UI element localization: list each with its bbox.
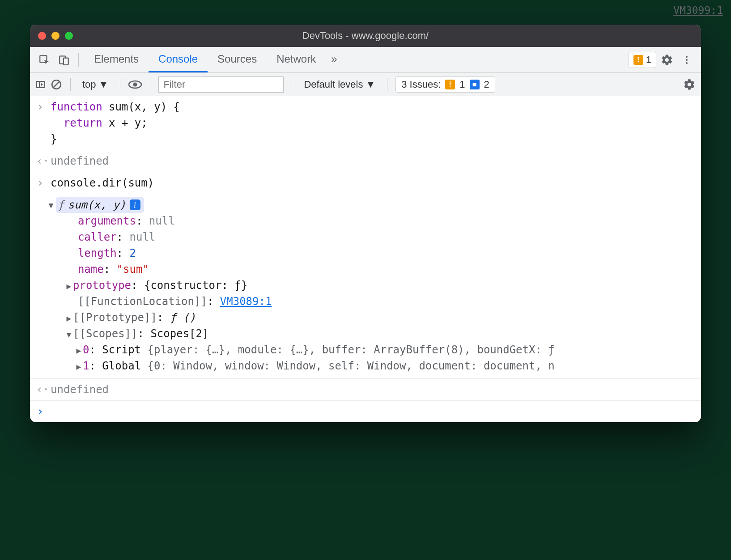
object-header[interactable]: ƒ sum(x, y) i [47, 197, 695, 213]
subbar-divider-2 [120, 78, 120, 91]
vm-source-link[interactable]: VM3089:1 [220, 295, 272, 308]
filter-input[interactable] [158, 76, 284, 93]
more-tabs-button[interactable]: » [326, 47, 342, 72]
svg-rect-6 [37, 81, 45, 88]
device-toolbar-icon[interactable] [55, 51, 73, 69]
input-chevron-icon: › [36, 175, 44, 191]
property-row[interactable]: [[FunctionLocation]]: VM3089:1 [65, 293, 695, 310]
info-badge-icon[interactable]: i [130, 199, 140, 210]
log-levels-selector[interactable]: Default levels ▼ [300, 77, 379, 92]
svg-point-3 [686, 56, 688, 58]
output-value: undefined [51, 153, 695, 169]
console-prompt-row[interactable]: › [30, 401, 701, 422]
console-dir-output: VM3099:1 ƒ sum(x, y) i arguments: null c… [30, 194, 701, 379]
tab-sources[interactable]: Sources [208, 47, 267, 72]
chevron-down-icon: ▼ [99, 79, 109, 90]
issues-summary[interactable]: 3 Issues: ! 1 ■ 2 [395, 76, 495, 93]
console-input-row[interactable]: › function sum(x, y) { return x + y; } [30, 96, 701, 150]
info-icon: ■ [470, 80, 480, 89]
window-title: DevTools - www.google.com/ [30, 30, 701, 42]
property-row[interactable]: length: 2 [65, 245, 695, 261]
context-selector[interactable]: top ▼ [79, 77, 112, 92]
svg-point-4 [686, 59, 688, 61]
input-chevron-icon: › [36, 99, 44, 115]
console-settings-icon[interactable] [683, 78, 696, 91]
zoom-window-button[interactable] [65, 32, 73, 40]
console-input-row[interactable]: › console.dir(sum) [30, 172, 701, 194]
svg-point-11 [133, 82, 137, 86]
subbar-divider [70, 78, 71, 91]
output-value: undefined [51, 382, 695, 398]
svg-line-9 [54, 81, 60, 87]
prompt-input[interactable] [51, 403, 695, 420]
property-row[interactable]: prototype: {constructor: ƒ} [65, 277, 695, 293]
console-output: › function sum(x, y) { return x + y; } ‹… [30, 96, 701, 422]
subbar-divider-4 [292, 78, 292, 91]
output-chevron-icon: ‹· [36, 382, 44, 398]
expand-toggle-icon[interactable] [65, 328, 73, 340]
warning-icon: ! [445, 80, 455, 89]
function-signature: sum(x, y) [68, 197, 126, 213]
property-row[interactable]: caller: null [65, 229, 695, 245]
subbar-divider-5 [387, 78, 387, 91]
expand-toggle-icon[interactable] [75, 361, 83, 373]
issues-count: 1 [646, 54, 651, 66]
code-input: function sum(x, y) { return x + y; } [51, 99, 695, 147]
console-subbar: top ▼ Default levels ▼ 3 Issues: ! 1 ■ 2 [30, 73, 701, 96]
tab-console[interactable]: Console [149, 47, 208, 72]
warning-icon: ! [633, 55, 643, 65]
info-count: 2 [484, 79, 489, 90]
tab-elements[interactable]: Elements [84, 47, 149, 72]
property-row[interactable]: arguments: null [65, 213, 695, 229]
svg-point-5 [686, 62, 688, 64]
scope-row[interactable]: 1: Global {0: Window, window: Window, se… [75, 358, 695, 374]
console-output-row: ‹· undefined [30, 150, 701, 172]
svg-rect-2 [64, 58, 68, 64]
issues-counter-button[interactable]: ! 1 [629, 52, 656, 68]
sidebar-toggle-icon[interactable] [35, 79, 46, 90]
panel-tabs: Elements Console Sources Network » [84, 47, 343, 72]
chevron-down-icon: ▼ [366, 79, 375, 90]
minimize-window-button[interactable] [51, 32, 60, 40]
titlebar: DevTools - www.google.com/ [30, 25, 701, 47]
issues-label: 3 Issues: [401, 79, 441, 90]
prompt-chevron-icon: › [36, 403, 44, 420]
console-output-row: ‹· undefined [30, 379, 701, 401]
toolbar-divider [78, 53, 79, 67]
code-input: console.dir(sum) [51, 175, 695, 191]
window-controls [38, 32, 73, 40]
clear-console-icon[interactable] [51, 79, 62, 90]
tab-network[interactable]: Network [267, 47, 326, 72]
subbar-divider-3 [150, 78, 150, 91]
settings-icon[interactable] [658, 51, 676, 69]
levels-label: Default levels [304, 79, 363, 90]
property-row[interactable]: [[Prototype]]: ƒ () [65, 310, 695, 326]
property-row[interactable]: name: "sum" [65, 261, 695, 277]
expand-toggle-icon[interactable] [65, 312, 73, 324]
close-window-button[interactable] [38, 32, 46, 40]
scope-row[interactable]: 0: Script {player: {…}, module: {…}, buf… [75, 342, 695, 358]
live-expression-icon[interactable] [128, 80, 142, 89]
devtools-window: DevTools - www.google.com/ Elements Cons… [30, 25, 701, 422]
expand-toggle-icon[interactable] [65, 280, 73, 292]
expand-toggle-icon[interactable] [47, 199, 55, 211]
expand-toggle-icon[interactable] [75, 344, 83, 356]
context-label: top [82, 79, 96, 90]
output-chevron-icon: ‹· [36, 153, 44, 169]
kebab-menu-icon[interactable] [678, 51, 696, 69]
warn-count: 1 [459, 79, 465, 90]
main-toolbar: Elements Console Sources Network » ! 1 [30, 47, 701, 73]
function-glyph: ƒ [58, 197, 64, 213]
object-properties: arguments: null caller: null length: 2 n… [65, 213, 695, 342]
inspect-element-icon[interactable] [35, 51, 53, 69]
property-row[interactable]: [[Scopes]]: Scopes[2] [65, 326, 695, 342]
scopes-list: 0: Script {player: {…}, module: {…}, buf… [75, 342, 695, 374]
